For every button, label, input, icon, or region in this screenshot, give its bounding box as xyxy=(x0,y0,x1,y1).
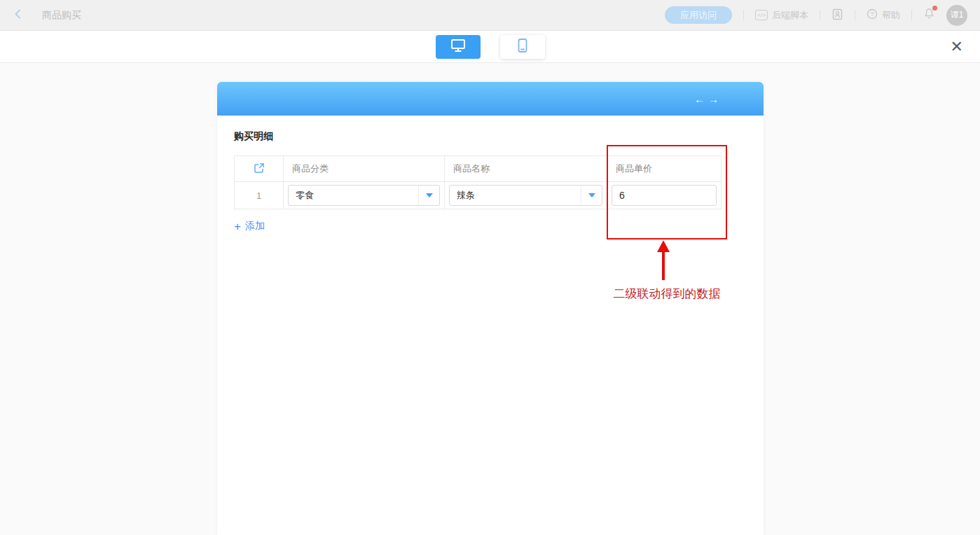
category-select[interactable]: 零食 xyxy=(288,185,440,206)
annotation-arrow-line xyxy=(662,251,665,280)
table-row: 1 零食 辣条 xyxy=(235,182,722,209)
chevron-left-icon xyxy=(13,8,24,22)
top-bar: 商品购买 应用访问 </> 后端脚本 ? 帮助 xyxy=(0,0,980,31)
column-header-price: 商品单价 xyxy=(607,156,722,182)
unit-price-input[interactable] xyxy=(612,185,717,206)
notifications-button[interactable] xyxy=(923,8,935,22)
app-access-button[interactable]: 应用访问 xyxy=(665,6,732,24)
product-name-select[interactable]: 辣条 xyxy=(449,185,602,206)
column-header-category: 商品分类 xyxy=(284,156,445,182)
preview-toolbar: ✕ xyxy=(0,31,980,63)
product-name-select-value: 辣条 xyxy=(450,189,581,202)
chevron-down-icon xyxy=(426,193,433,197)
external-link-icon xyxy=(254,165,265,176)
back-button[interactable] xyxy=(13,8,24,22)
help-button[interactable]: ? 帮助 xyxy=(867,8,900,22)
code-icon: </> xyxy=(755,10,768,20)
add-row-label: 添加 xyxy=(245,220,265,232)
backend-script-button[interactable]: </> 后端脚本 xyxy=(755,9,808,22)
plus-icon: + xyxy=(234,221,241,232)
device-toggle xyxy=(436,35,545,59)
app-window: 商品购买 应用访问 </> 后端脚本 ? 帮助 xyxy=(0,0,980,535)
chevron-down-icon xyxy=(588,193,595,197)
form-header-banner: ← → xyxy=(217,82,764,116)
form-preview-card: ← → 购买明细 商品分类 商品名称 商品单价 1 xyxy=(217,82,764,535)
desktop-view-button[interactable] xyxy=(436,35,481,59)
help-label: 帮助 xyxy=(882,9,900,22)
mobile-phone-icon xyxy=(516,38,529,56)
form-body: 购买明细 商品分类 商品名称 商品单价 1 零食 xyxy=(217,116,764,248)
desktop-monitor-icon xyxy=(450,39,466,55)
row-index: 1 xyxy=(235,182,284,209)
caret-zone xyxy=(581,186,602,205)
subform-table: 商品分类 商品名称 商品单价 1 零食 辣条 xyxy=(234,155,722,209)
app-title: 商品购买 xyxy=(42,9,81,22)
notification-dot xyxy=(932,6,937,11)
backend-script-label: 后端脚本 xyxy=(772,9,808,22)
expand-column-header[interactable] xyxy=(235,156,284,182)
next-page-icon[interactable]: → xyxy=(708,93,719,105)
svg-text:?: ? xyxy=(871,11,874,18)
mobile-view-button[interactable] xyxy=(500,35,545,59)
add-row-button[interactable]: + 添加 xyxy=(234,220,265,232)
help-icon: ? xyxy=(867,8,878,22)
divider xyxy=(743,10,744,20)
category-select-value: 零食 xyxy=(289,189,418,202)
table-header-row: 商品分类 商品名称 商品单价 xyxy=(235,156,722,182)
divider xyxy=(820,10,820,20)
contacts-button[interactable] xyxy=(831,8,843,22)
subform-title: 购买明细 xyxy=(234,130,747,143)
divider xyxy=(911,10,912,20)
avatar[interactable]: 谭1 xyxy=(946,5,967,26)
column-header-name: 商品名称 xyxy=(445,156,607,182)
annotation-text: 二级联动得到的数据 xyxy=(607,286,727,302)
contacts-icon xyxy=(831,8,843,22)
divider xyxy=(855,10,855,20)
caret-zone xyxy=(418,186,439,205)
close-preview-button[interactable]: ✕ xyxy=(951,39,963,55)
prev-page-icon[interactable]: ← xyxy=(694,93,705,105)
